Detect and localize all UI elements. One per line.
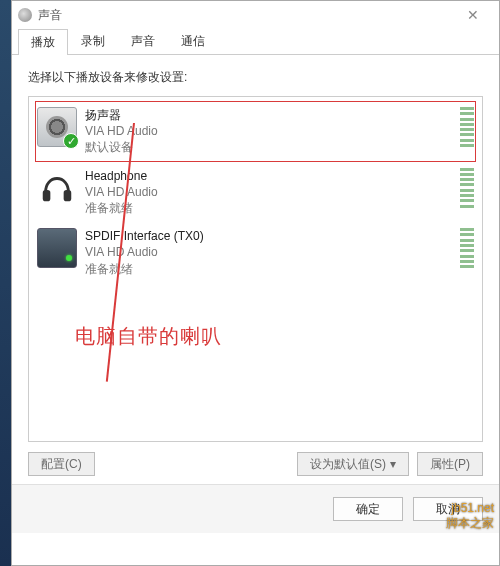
tab-panel-playback: 选择以下播放设备来修改设置: ✓ 扬声器 VIA HD Audio 默认设备 [12,55,499,484]
playback-device-list: ✓ 扬声器 VIA HD Audio 默认设备 Headphone VIA HD… [28,96,483,442]
device-name: 扬声器 [85,107,454,123]
set-default-button[interactable]: 设为默认值(S) ▾ [297,452,409,476]
close-icon[interactable]: ✕ [453,7,493,23]
headphone-icon [37,168,77,208]
device-driver: VIA HD Audio [85,184,454,200]
device-headphone[interactable]: Headphone VIA HD Audio 准备就绪 [35,162,476,223]
dialog-button-row: 确定 取消 [12,484,499,533]
level-meter-icon [460,107,474,147]
tab-playback[interactable]: 播放 [18,29,68,55]
device-driver: VIA HD Audio [85,123,454,139]
tab-bar: 播放 录制 声音 通信 [12,29,499,55]
device-spdif[interactable]: SPDIF Interface (TX0) VIA HD Audio 准备就绪 [35,222,476,283]
desktop-background-sliver [0,0,11,566]
tab-recording[interactable]: 录制 [68,28,118,54]
default-check-icon: ✓ [63,133,79,149]
panel-button-row: 配置(C) 设为默认值(S) ▾ 属性(P) [28,452,483,476]
device-status: 默认设备 [85,139,454,155]
device-driver: VIA HD Audio [85,244,454,260]
spdif-icon [37,228,77,268]
properties-button[interactable]: 属性(P) [417,452,483,476]
ok-button[interactable]: 确定 [333,497,403,521]
instruction-text: 选择以下播放设备来修改设置: [28,69,483,86]
sound-dialog: 声音 ✕ 播放 录制 声音 通信 选择以下播放设备来修改设置: ✓ 扬声器 VI… [11,0,500,566]
svg-rect-0 [43,189,51,200]
sound-app-icon [18,8,32,22]
level-meter-icon [460,168,474,208]
tab-communications[interactable]: 通信 [168,28,218,54]
device-speakers[interactable]: ✓ 扬声器 VIA HD Audio 默认设备 [35,101,476,162]
svg-rect-1 [64,189,72,200]
chevron-down-icon: ▾ [390,457,396,471]
titlebar: 声音 ✕ [12,1,499,29]
cancel-button[interactable]: 取消 [413,497,483,521]
device-status: 准备就绪 [85,261,454,277]
device-name: SPDIF Interface (TX0) [85,228,454,244]
level-meter-icon [460,228,474,268]
configure-button[interactable]: 配置(C) [28,452,95,476]
tab-sounds[interactable]: 声音 [118,28,168,54]
device-status: 准备就绪 [85,200,454,216]
window-title: 声音 [38,7,62,24]
annotation-label: 电脑自带的喇叭 [75,323,222,350]
speaker-icon: ✓ [37,107,77,147]
device-name: Headphone [85,168,454,184]
